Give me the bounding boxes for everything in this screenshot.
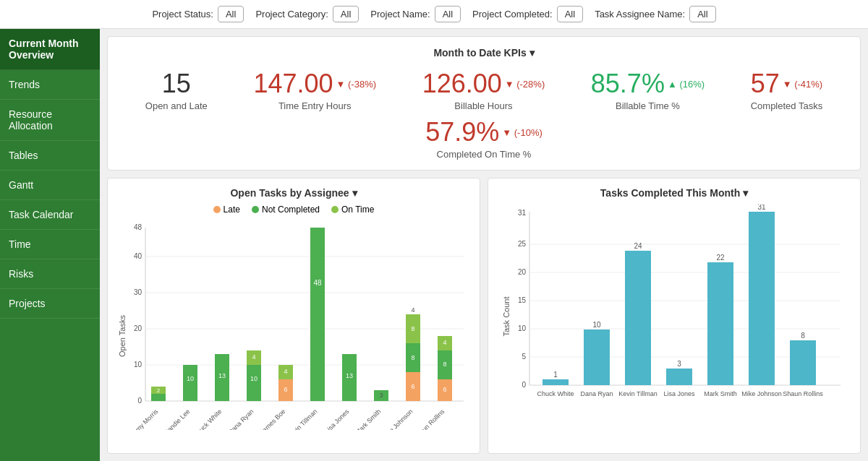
sidebar-item-gantt[interactable]: Gantt — [0, 171, 100, 200]
svg-text:Shaun Rollins: Shaun Rollins — [412, 408, 446, 430]
kpi-completed-tasks-value: 57 — [751, 69, 780, 99]
bar-chuck-white — [542, 379, 569, 385]
kpi-completed-tasks-change: ▼ (-41%) — [783, 79, 823, 90]
svg-text:13: 13 — [218, 372, 226, 379]
filter-project-name-btn[interactable]: All — [435, 6, 461, 22]
legend-late-dot — [213, 206, 221, 213]
svg-text:10: 10 — [592, 321, 601, 329]
content-area: Month to Date KPIs ▾ 15 Open and Late 14… — [100, 29, 868, 461]
svg-text:3: 3 — [677, 360, 681, 368]
kpi-title[interactable]: Month to Date KPIs ▾ — [122, 47, 846, 59]
svg-text:4: 4 — [284, 368, 287, 375]
svg-text:15: 15 — [518, 296, 527, 304]
svg-text:Chuck White: Chuck White — [192, 408, 223, 430]
kpi-billable-hours: 126.00 ▼ (-28%) Billable Hours — [422, 69, 545, 111]
kpi-card: Month to Date KPIs ▾ 15 Open and Late 14… — [107, 36, 861, 171]
kpi-time-entry: 147.00 ▼ (-38%) Time Entry Hours — [253, 69, 376, 111]
svg-text:10: 10 — [518, 324, 527, 332]
left-chart-title[interactable]: Open Tasks by Assignee ▾ — [116, 187, 471, 199]
svg-text:Open Tasks: Open Tasks — [118, 315, 127, 357]
svg-text:Mark Smith: Mark Smith — [354, 408, 382, 430]
sidebar-item-trends[interactable]: Trends — [0, 70, 100, 100]
sidebar-item-projects[interactable]: Projects — [0, 289, 100, 319]
kpi-on-time-pct-value: 57.9% — [425, 117, 499, 147]
kpi-on-time-pct-desc: Completed On Time % — [425, 149, 542, 160]
kpi-billable-pct-change: ▲ (16%) — [668, 79, 705, 90]
sidebar-item-time[interactable]: Time — [0, 230, 100, 259]
bar-dana-ryan — [584, 329, 610, 385]
kpi-open-late-value: 15 — [145, 69, 208, 99]
svg-text:8: 8 — [443, 361, 446, 368]
kpi-on-time-pct-change: ▼ (-10%) — [502, 127, 542, 138]
svg-text:31: 31 — [757, 204, 766, 211]
kpi-open-late: 15 Open and Late — [145, 69, 208, 111]
filter-project-status-btn[interactable]: All — [218, 6, 244, 22]
svg-text:Lisa Jones: Lisa Jones — [663, 390, 695, 397]
kpi-time-entry-val-row: 147.00 ▼ (-38%) — [253, 69, 376, 99]
bar-candie-notcompleted — [183, 365, 197, 401]
svg-text:6: 6 — [284, 386, 287, 393]
svg-text:24: 24 — [634, 242, 642, 250]
svg-text:40: 40 — [134, 252, 142, 260]
legend-late: Late — [213, 204, 240, 215]
svg-text:Amy Morris: Amy Morris — [131, 408, 160, 430]
right-chart-svg: Task Count 0 5 10 15 20 — [497, 204, 851, 414]
filter-project-completed: Project Completed: All — [472, 6, 583, 22]
left-chart-svg: Open Tasks 0 10 20 30 40 — [116, 220, 471, 430]
kpi-on-time-pct-val-row: 57.9% ▼ (-10%) — [425, 117, 542, 147]
svg-text:22: 22 — [716, 254, 725, 262]
svg-text:1: 1 — [553, 371, 558, 379]
svg-text:48: 48 — [313, 279, 322, 287]
filter-project-category-btn[interactable]: All — [333, 6, 359, 22]
filter-project-completed-label: Project Completed: — [472, 9, 553, 20]
left-chart-card: Open Tasks by Assignee ▾ Late Not Comple… — [107, 178, 480, 454]
filter-project-name: Project Name: All — [370, 6, 461, 22]
kpi-billable-pct-desc: Billable Time % — [591, 100, 705, 111]
filter-task-assignee: Task Assignee Name: All — [595, 6, 715, 22]
sidebar-item-task-calendar[interactable]: Task Calendar — [0, 200, 100, 230]
bar-lisa-jones — [666, 369, 692, 385]
svg-text:James Boe: James Boe — [259, 408, 287, 430]
filter-task-assignee-btn[interactable]: All — [689, 6, 715, 22]
svg-text:0: 0 — [522, 381, 526, 389]
sidebar-item-current-month[interactable]: Current Month Overview — [0, 29, 100, 70]
legend-not-completed-label: Not Completed — [262, 204, 320, 215]
kpi-time-entry-value: 147.00 — [253, 69, 333, 99]
bar-shaun-rollins — [790, 340, 816, 385]
legend-on-time: On Time — [331, 204, 374, 215]
bar-amy-notcompleted — [151, 394, 166, 401]
filter-project-status-label: Project Status: — [152, 9, 213, 20]
svg-text:8: 8 — [801, 332, 805, 340]
legend-not-completed-dot — [252, 206, 259, 213]
bar-dana-notcompleted — [247, 365, 261, 401]
right-chart-title[interactable]: Tasks Completed This Month ▾ — [497, 187, 851, 199]
sidebar-item-risks[interactable]: Risks — [0, 259, 100, 289]
svg-text:31: 31 — [518, 209, 527, 217]
filter-project-name-label: Project Name: — [370, 9, 430, 20]
svg-text:48: 48 — [134, 223, 142, 231]
svg-text:Dana Ryan: Dana Ryan — [227, 408, 255, 430]
kpi-billable-hours-value: 126.00 — [422, 69, 502, 99]
sidebar-item-resource-allocation[interactable]: Resource Allocation — [0, 100, 100, 141]
svg-text:2: 2 — [157, 380, 161, 387]
svg-text:10: 10 — [250, 375, 258, 382]
svg-text:25: 25 — [518, 240, 527, 248]
svg-text:Task Count: Task Count — [502, 296, 511, 336]
filter-project-completed-btn[interactable]: All — [557, 6, 583, 22]
svg-text:Mark Smith: Mark Smith — [704, 390, 737, 397]
charts-row: Open Tasks by Assignee ▾ Late Not Comple… — [107, 178, 861, 454]
legend-on-time-label: On Time — [341, 204, 374, 215]
svg-text:3: 3 — [379, 392, 383, 399]
svg-text:8: 8 — [411, 354, 414, 361]
svg-text:20: 20 — [134, 324, 142, 332]
kpi-billable-pct-value: 85.7% — [591, 69, 665, 99]
svg-text:Shaun Rollins: Shaun Rollins — [783, 390, 823, 397]
kpi-row-second: 57.9% ▼ (-10%) Completed On Time % — [122, 117, 846, 160]
svg-text:2: 2 — [157, 387, 161, 394]
kpi-billable-hours-change: ▼ (-28%) — [505, 79, 545, 90]
svg-text:Lisa Jones: Lisa Jones — [323, 408, 351, 430]
filter-bar: Project Status: All Project Category: Al… — [0, 0, 868, 29]
sidebar-item-tables[interactable]: Tables — [0, 141, 100, 171]
svg-text:5: 5 — [522, 353, 526, 361]
kpi-billable-pct-val-row: 85.7% ▲ (16%) — [591, 69, 705, 99]
